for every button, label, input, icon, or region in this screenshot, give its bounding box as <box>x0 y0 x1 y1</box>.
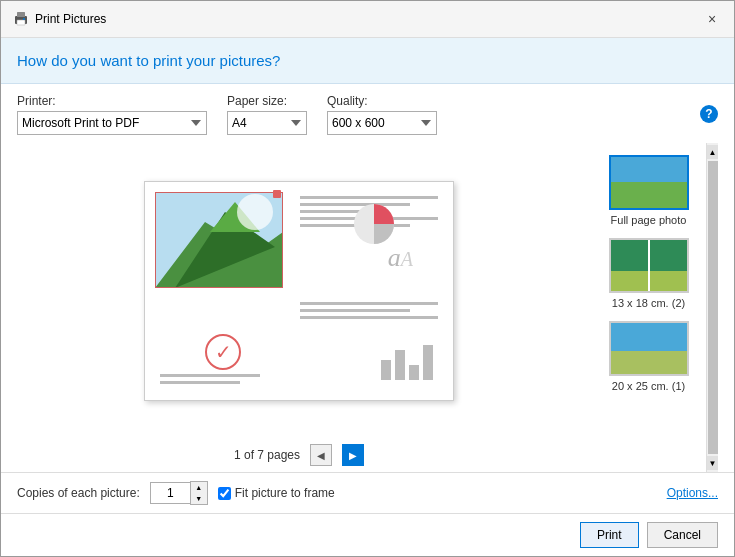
scrollbar-down-button[interactable]: ▼ <box>707 456 719 470</box>
fit-label: Fit picture to frame <box>235 486 335 500</box>
crop-marker <box>273 190 281 198</box>
svg-point-8 <box>237 194 273 230</box>
preview-page: aA ✓ <box>144 181 454 401</box>
thumb-13x18-img <box>609 238 689 293</box>
thumb-13x18[interactable]: 13 x 18 cm. (2) <box>591 234 706 313</box>
quality-label: Quality: <box>327 94 437 108</box>
dialog-title: Print Pictures <box>35 12 106 26</box>
paper-field-group: Paper size: A4 <box>227 94 307 135</box>
preview-text-area-2 <box>300 302 438 323</box>
thumb-full-label: Full page photo <box>611 214 687 226</box>
header-banner: How do you want to print your pictures? <box>1 38 734 84</box>
preview-font-sample: aA <box>388 237 413 274</box>
help-button[interactable]: ? <box>700 105 718 123</box>
title-bar: Print Pictures × <box>1 1 734 38</box>
thumb-20x25[interactable]: 20 x 25 cm. (1) <box>591 317 706 396</box>
preview-container: aA ✓ <box>17 143 581 438</box>
printer-label: Printer: <box>17 94 207 108</box>
print-button[interactable]: Print <box>580 522 639 548</box>
copies-label: Copies of each picture: <box>17 486 140 500</box>
options-link[interactable]: Options... <box>667 486 718 500</box>
paper-label: Paper size: <box>227 94 307 108</box>
quality-field-group: Quality: 600 x 600 <box>327 94 437 135</box>
svg-rect-1 <box>17 12 25 17</box>
thumbnail-wrapper: Full page photo 13 x 18 cm. (2) <box>591 143 718 472</box>
scrollbar-up-button[interactable]: ▲ <box>707 145 719 159</box>
prev-page-button[interactable]: ◀ <box>310 444 332 466</box>
printer-icon <box>13 11 29 27</box>
action-buttons: Print Cancel <box>1 513 734 556</box>
preview-area: aA ✓ <box>17 143 581 472</box>
close-button[interactable]: × <box>702 9 722 29</box>
preview-bar-chart <box>381 340 433 380</box>
thumb-20x25-label: 20 x 25 cm. (1) <box>612 380 685 392</box>
copies-input[interactable] <box>150 482 190 504</box>
bottom-bar: Copies of each picture: ▲ ▼ Fit picture … <box>1 472 734 513</box>
scrollbar-thumb[interactable] <box>708 161 718 454</box>
thumbnail-panel: Full page photo 13 x 18 cm. (2) <box>591 143 706 472</box>
copies-decrement[interactable]: ▼ <box>191 493 207 504</box>
print-pictures-dialog: Print Pictures × How do you want to prin… <box>0 0 735 557</box>
thumb-20x25-img <box>609 321 689 376</box>
preview-checkmark: ✓ <box>205 334 241 370</box>
page-indicator: 1 of 7 pages <box>234 448 300 462</box>
copies-spinner: ▲ ▼ <box>190 481 208 505</box>
fit-checkbox[interactable] <box>218 487 231 500</box>
preview-navigation: 1 of 7 pages ◀ ▶ <box>234 438 364 472</box>
next-page-button[interactable]: ▶ <box>342 444 364 466</box>
thumb-13x18-label: 13 x 18 cm. (2) <box>612 297 685 309</box>
quality-select[interactable]: 600 x 600 <box>327 111 437 135</box>
thumb-full-visual <box>611 157 687 208</box>
scrollbar: ▲ ▼ <box>706 143 718 472</box>
thumb-full-page[interactable]: Full page photo <box>591 151 706 230</box>
main-area: aA ✓ <box>1 143 734 472</box>
toolbar-row: Printer: Microsoft Print to PDF Paper si… <box>1 84 734 143</box>
fit-checkbox-wrapper: Fit picture to frame <box>218 486 335 500</box>
printer-field-group: Printer: Microsoft Print to PDF <box>17 94 207 135</box>
cancel-button[interactable]: Cancel <box>647 522 718 548</box>
copies-increment[interactable]: ▲ <box>191 482 207 493</box>
thumb-20x25-visual <box>611 323 687 374</box>
svg-point-3 <box>23 18 25 20</box>
copies-input-wrapper: ▲ ▼ <box>150 481 208 505</box>
preview-bottom-lines <box>160 374 260 388</box>
printer-select[interactable]: Microsoft Print to PDF <box>17 111 207 135</box>
header-question: How do you want to print your pictures? <box>17 52 280 69</box>
paper-select[interactable]: A4 <box>227 111 307 135</box>
title-bar-left: Print Pictures <box>13 11 106 27</box>
preview-image <box>155 192 283 288</box>
thumb-13x18-visual <box>611 240 687 291</box>
svg-rect-2 <box>17 20 25 25</box>
thumb-full-img <box>609 155 689 210</box>
